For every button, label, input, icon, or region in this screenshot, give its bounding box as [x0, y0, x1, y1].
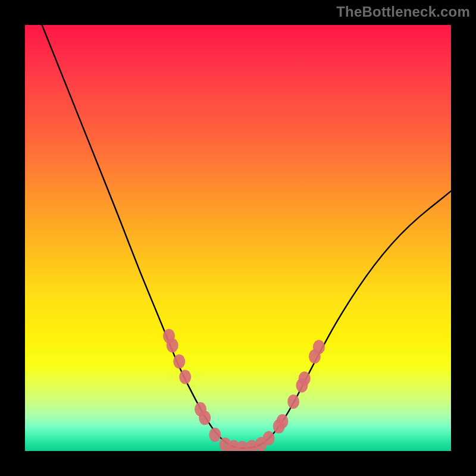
bottleneck-curve: [42, 25, 451, 448]
chart-marker: [299, 371, 311, 386]
chart-markers: [163, 329, 325, 451]
chart-marker: [287, 394, 299, 409]
chart-marker: [179, 369, 191, 384]
chart-marker: [313, 340, 325, 354]
chart-svg: [25, 25, 451, 451]
chart-marker: [199, 411, 211, 425]
chart-marker: [263, 431, 275, 446]
chart-frame: TheBottleneck.com: [0, 0, 476, 476]
chart-marker: [209, 428, 221, 442]
chart-plot-area: [25, 25, 451, 451]
chart-marker: [167, 338, 178, 352]
watermark-text: TheBottleneck.com: [336, 4, 470, 20]
chart-marker: [277, 414, 289, 428]
chart-marker: [173, 355, 185, 369]
